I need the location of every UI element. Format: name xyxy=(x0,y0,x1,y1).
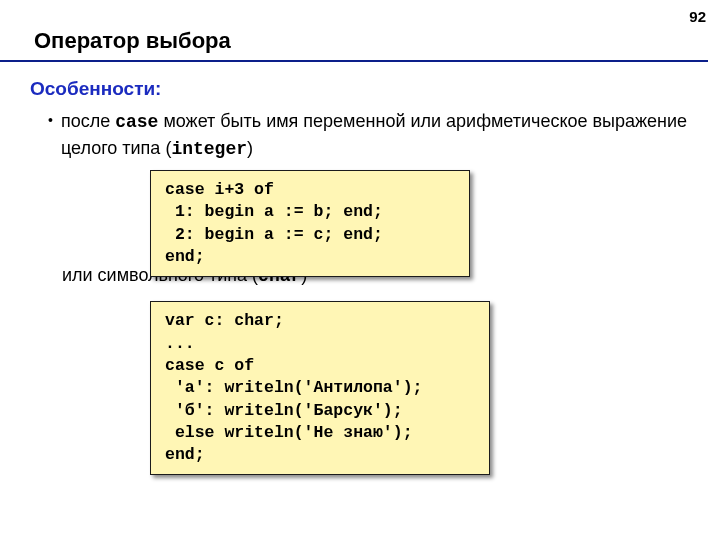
code-block-2-wrap: var c: char; ... case c of 'а': writeln(… xyxy=(150,301,490,475)
section-subheading: Особенности: xyxy=(30,78,690,100)
page-title: Оператор выбора xyxy=(0,0,708,62)
page-number: 92 xyxy=(689,8,706,25)
code-block-2: var c: char; ... case c of 'а': writeln(… xyxy=(150,301,490,475)
bullet-text: после case может быть имя переменной или… xyxy=(61,108,690,162)
code-block-1-wrap: case i+3 of 1: begin a := b; end; 2: beg… xyxy=(150,170,470,277)
bullet-marker: • xyxy=(48,108,53,130)
code-block-1: case i+3 of 1: begin a := b; end; 2: beg… xyxy=(150,170,470,277)
bullet-pre: после xyxy=(61,111,115,131)
bullet-item: • после case может быть имя переменной и… xyxy=(48,108,690,162)
keyword-case: case xyxy=(115,112,158,132)
keyword-integer: integer xyxy=(171,139,247,159)
bullet-post: ) xyxy=(247,138,253,158)
content-area: Особенности: • после case может быть имя… xyxy=(0,62,720,475)
